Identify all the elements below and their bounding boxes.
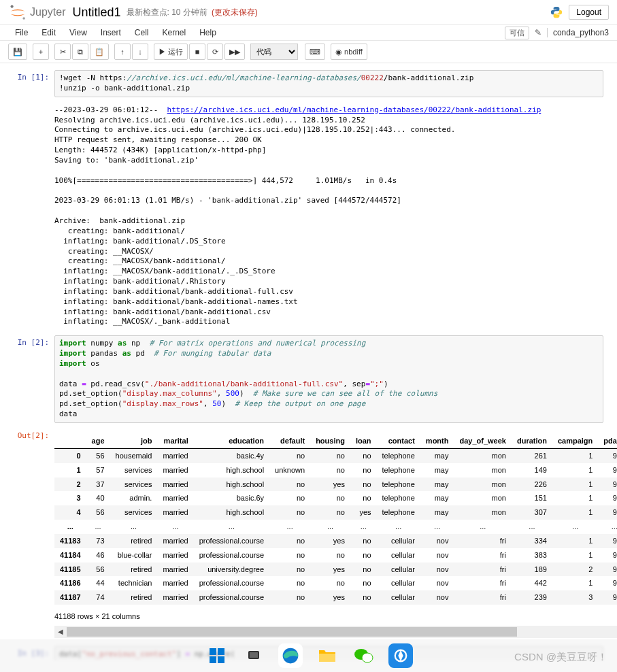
command-palette-button[interactable]: ⌨ xyxy=(305,44,325,60)
menu-insert[interactable]: Insert xyxy=(94,25,128,40)
kernel-name[interactable]: conda_python3 xyxy=(547,28,609,37)
wechat-icon[interactable] xyxy=(352,643,376,668)
edit-icon[interactable]: ✎ xyxy=(535,28,541,37)
jupyter-icon xyxy=(8,3,27,22)
dataframe-summary: 41188 rows × 21 columns xyxy=(54,607,617,624)
run-all-button[interactable]: ▶▶ xyxy=(224,44,245,60)
output-cell-1: --2023-03-29 06:01:12-- https://archive.… xyxy=(14,103,603,331)
menu-file[interactable]: File xyxy=(8,25,35,40)
scroll-left-icon[interactable]: ◀ xyxy=(54,627,67,637)
watermark-text: CSDN @美豆豆呀！ xyxy=(514,651,607,664)
output-cell-2: Out[2]: agejobmaritaleducationdefaulthou… xyxy=(14,429,603,641)
paste-button[interactable]: 📋 xyxy=(90,44,109,60)
stop-button[interactable]: ■ xyxy=(189,44,205,60)
code-cell-1[interactable]: In [1]: !wget -N https://archive.ics.uci… xyxy=(14,70,603,97)
save-button[interactable]: 💾 xyxy=(8,44,27,60)
start-icon[interactable] xyxy=(205,643,229,668)
menu-view[interactable]: View xyxy=(63,25,94,40)
svg-rect-2 xyxy=(210,648,216,655)
checkpoint-status: 最新检查点: 10 分钟前 xyxy=(127,7,207,18)
svg-rect-9 xyxy=(319,654,335,662)
horizontal-scrollbar[interactable]: ◀ ▶ xyxy=(54,626,617,638)
notebook-title[interactable]: Untitled1 xyxy=(72,5,120,20)
app-icon[interactable] xyxy=(388,643,413,668)
stdout-output: --2023-03-29 06:01:12-- https://archive.… xyxy=(54,103,603,331)
svg-rect-5 xyxy=(218,656,224,663)
add-cell-button[interactable]: + xyxy=(33,44,49,60)
notebook-container: In [1]: !wget -N https://archive.ics.uci… xyxy=(0,63,617,660)
cell-type-select[interactable]: 代码 xyxy=(250,44,298,60)
svg-rect-3 xyxy=(218,648,224,655)
in-prompt: In [1]: xyxy=(14,70,54,97)
trusted-badge[interactable]: 可信 xyxy=(505,27,529,39)
menu-kernel[interactable]: Kernel xyxy=(156,25,193,40)
move-up-button[interactable]: ↑ xyxy=(114,44,131,60)
restart-button[interactable]: ⟳ xyxy=(207,44,223,60)
logo-text: Jupyter xyxy=(30,6,65,18)
code-input[interactable]: import numpy as np # For matrix operatio… xyxy=(54,335,603,423)
svg-point-1 xyxy=(22,17,25,20)
edge-icon[interactable] xyxy=(278,643,303,668)
menu-bar: File Edit View Insert Cell Kernel Help 可… xyxy=(0,25,617,41)
out-prompt: Out[2]: xyxy=(14,429,54,641)
code-input[interactable]: !wget -N https://archive.ics.uci.edu/ml/… xyxy=(54,70,603,97)
autosave-status: (更改未保存) xyxy=(212,7,258,18)
run-button[interactable]: ▶ 运行 xyxy=(154,44,188,60)
taskview-icon[interactable] xyxy=(241,643,266,668)
copy-button[interactable]: ⧉ xyxy=(72,44,88,60)
svg-point-11 xyxy=(362,653,373,662)
jupyter-logo[interactable]: Jupyter xyxy=(8,3,65,22)
move-down-button[interactable]: ↓ xyxy=(132,44,148,60)
svg-rect-7 xyxy=(250,652,258,658)
python-icon xyxy=(550,5,563,19)
dataframe-output[interactable]: agejobmaritaleducationdefaulthousingloan… xyxy=(54,431,617,638)
explorer-icon[interactable] xyxy=(315,643,339,668)
code-cell-2[interactable]: In [2]: import numpy as np # For matrix … xyxy=(14,335,603,423)
menu-edit[interactable]: Edit xyxy=(35,25,63,40)
header-bar: Jupyter Untitled1 最新检查点: 10 分钟前 (更改未保存) … xyxy=(0,0,617,25)
toolbar: 💾 + ✂ ⧉ 📋 ↑ ↓ ▶ 运行 ■ ⟳ ▶▶ 代码 ⌨ ◉ nbdiff xyxy=(0,41,617,63)
menu-help[interactable]: Help xyxy=(193,25,223,40)
cut-button[interactable]: ✂ xyxy=(54,44,71,60)
nbdiff-button[interactable]: ◉ nbdiff xyxy=(331,44,367,60)
in-prompt: In [2]: xyxy=(14,335,54,423)
svg-rect-4 xyxy=(210,656,216,663)
menu-cell[interactable]: Cell xyxy=(128,25,156,40)
logout-button[interactable]: Logout xyxy=(569,5,609,20)
svg-point-0 xyxy=(11,5,14,8)
